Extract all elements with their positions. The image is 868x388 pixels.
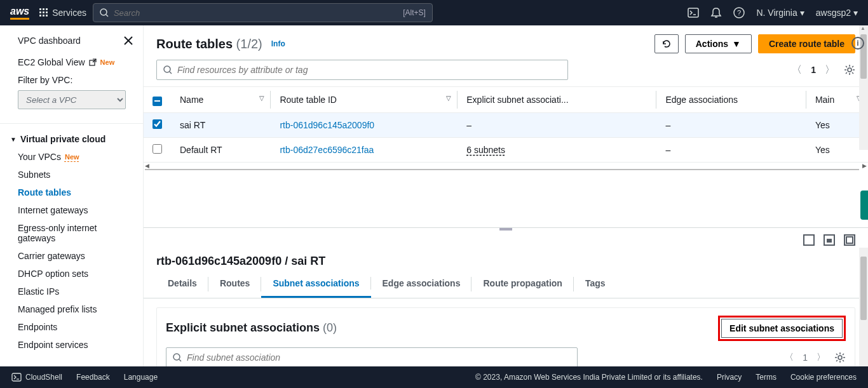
panel-layout-3-icon[interactable] <box>844 234 855 246</box>
sort-caret-icon: ▽ <box>446 95 451 102</box>
section-vpc-header[interactable]: ▼ Virtual private cloud <box>0 129 143 148</box>
svg-rect-5 <box>46 11 48 13</box>
sidebar-item-route-tables[interactable]: Route tables <box>0 184 143 201</box>
col-rtid[interactable]: Route table ID▽ <box>271 87 458 113</box>
sidebar-item-dhcp[interactable]: DHCP option sets <box>0 265 143 283</box>
resource-search-input[interactable] <box>177 65 561 75</box>
info-link[interactable]: Info <box>271 39 285 48</box>
tab-routes[interactable]: Routes <box>208 271 261 298</box>
svg-text:?: ? <box>737 9 741 17</box>
sidebar-dashboard-link[interactable]: VPC dashboard <box>18 36 81 46</box>
panel-title: rtb-061d96c145a2009f0 / sai RT <box>144 250 868 271</box>
tab-tags[interactable]: Tags <box>574 271 617 298</box>
tab-details[interactable]: Details <box>156 271 208 298</box>
svg-point-20 <box>164 66 170 72</box>
panel-layout-2-icon[interactable] <box>824 234 835 246</box>
notifications-icon[interactable] <box>710 7 722 18</box>
resource-search[interactable] <box>156 60 568 80</box>
language-link[interactable]: Language <box>124 373 158 382</box>
svg-rect-3 <box>39 11 41 13</box>
tab-edge-assoc[interactable]: Edge associations <box>371 271 472 298</box>
help-icon[interactable]: ? <box>733 7 745 18</box>
account-selector[interactable]: awsgsp2 ▾ <box>816 8 858 18</box>
svg-line-39 <box>843 360 844 361</box>
region-selector[interactable]: N. Virginia ▾ <box>756 8 804 18</box>
cell-name: sai RT <box>171 112 271 137</box>
refresh-button[interactable] <box>654 34 679 53</box>
new-badge: New <box>65 153 79 161</box>
table-row[interactable]: sai RT rtb-061d96c145a2009f0 – – Yes <box>144 112 868 137</box>
create-route-table-button[interactable]: Create route table <box>758 34 855 53</box>
horizontal-scrollbar[interactable] <box>145 169 859 170</box>
prev-page-icon[interactable]: 〈 <box>792 64 802 77</box>
panel-layout-1-icon[interactable] <box>803 234 815 246</box>
subnets-link[interactable]: 6 subnets <box>466 145 505 155</box>
sidebar-item-subnets[interactable]: Subnets <box>0 166 143 184</box>
global-search[interactable]: [Alt+S] <box>93 3 433 22</box>
cloudshell-icon[interactable] <box>688 7 699 18</box>
panel-tabs: Details Routes Subnet associations Edge … <box>144 271 868 298</box>
tab-route-prop[interactable]: Route propagation <box>471 271 573 298</box>
sidebar-item-eips[interactable]: Elastic IPs <box>0 283 143 300</box>
footer: CloudShell Feedback Language © 2023, Ama… <box>0 366 868 388</box>
sidebar-item-cgw[interactable]: Carrier gateways <box>0 247 143 265</box>
feedback-tab[interactable] <box>860 191 868 220</box>
privacy-link[interactable]: Privacy <box>717 373 742 382</box>
svg-line-21 <box>170 72 172 74</box>
services-button[interactable]: Services <box>39 8 86 18</box>
subnet-search-input[interactable] <box>187 352 571 363</box>
col-name[interactable]: Name▽ <box>171 87 271 113</box>
vpc-filter-select[interactable]: Select a VPC <box>18 90 126 109</box>
svg-rect-42 <box>12 373 21 381</box>
route-table-link[interactable]: rtb-06d27ec6596c21faa <box>280 145 374 155</box>
sidebar-item-eigw[interactable]: Egress-only internet gateways <box>0 219 143 247</box>
col-edge[interactable]: Edge associations <box>656 87 806 113</box>
cloudshell-button[interactable]: CloudShell <box>11 372 62 382</box>
terms-link[interactable]: Terms <box>756 373 776 382</box>
prev-page-icon[interactable]: 〈 <box>785 352 794 363</box>
scroll-right-icon[interactable]: ▶ <box>862 163 867 169</box>
sidebar-item-prefix[interactable]: Managed prefix lists <box>0 300 143 318</box>
page-number: 1 <box>803 352 808 363</box>
scroll-left-icon[interactable]: ◀ <box>145 163 149 169</box>
caret-down-icon: ▼ <box>732 39 741 49</box>
next-page-icon[interactable]: 〉 <box>825 64 835 77</box>
side-info-icon[interactable]: i <box>851 37 864 50</box>
svg-rect-2 <box>46 8 48 10</box>
aws-logo[interactable]: aws <box>10 6 29 20</box>
svg-line-10 <box>106 15 108 17</box>
tab-subnet-assoc[interactable]: Subnet associations <box>261 271 370 298</box>
cookies-link[interactable]: Cookie preferences <box>790 373 857 382</box>
main-content: Route tables (1/2) Info Actions▼ Create … <box>144 25 868 366</box>
sidebar-item-igw[interactable]: Internet gateways <box>0 201 143 219</box>
svg-line-28 <box>852 72 853 74</box>
caret-down-icon: ▾ <box>800 8 804 18</box>
gear-icon[interactable] <box>844 64 855 76</box>
cell-subnet: – <box>458 112 656 137</box>
sidebar-item-endpoints[interactable]: Endpoints <box>0 318 143 336</box>
svg-line-29 <box>846 72 847 74</box>
next-page-icon[interactable]: 〉 <box>817 352 825 363</box>
table-row[interactable]: Default RT rtb-06d27ec6596c21faa 6 subne… <box>144 137 868 162</box>
route-table-link[interactable]: rtb-061d96c145a2009f0 <box>280 120 374 130</box>
sidebar-ec2-global[interactable]: EC2 Global View New <box>0 53 143 71</box>
sort-caret-icon: ▽ <box>259 95 264 102</box>
row-checkbox[interactable] <box>153 119 162 129</box>
feedback-link[interactable]: Feedback <box>76 373 110 382</box>
close-icon[interactable] <box>124 36 133 45</box>
actions-button[interactable]: Actions▼ <box>685 34 752 53</box>
col-subnet[interactable]: Explicit subnet associati... <box>458 87 656 113</box>
filter-vpc-label: Filter by VPC: <box>0 71 143 88</box>
svg-point-9 <box>100 9 107 15</box>
gear-icon[interactable] <box>834 352 846 363</box>
subnet-search[interactable] <box>166 347 578 367</box>
vertical-scrollbar[interactable] <box>859 248 868 366</box>
row-checkbox[interactable] <box>153 144 162 154</box>
global-search-input[interactable] <box>114 8 403 18</box>
sidebar-item-endpoint-svc[interactable]: Endpoint services <box>0 336 143 354</box>
select-all-checkbox[interactable] <box>153 97 162 106</box>
svg-rect-1 <box>43 8 44 10</box>
copyright: © 2023, Amazon Web Services India Privat… <box>475 373 703 382</box>
edit-subnet-associations-button[interactable]: Edit subnet associations <box>721 319 843 338</box>
sidebar-item-vpcs[interactable]: Your VPCs New <box>0 148 143 166</box>
